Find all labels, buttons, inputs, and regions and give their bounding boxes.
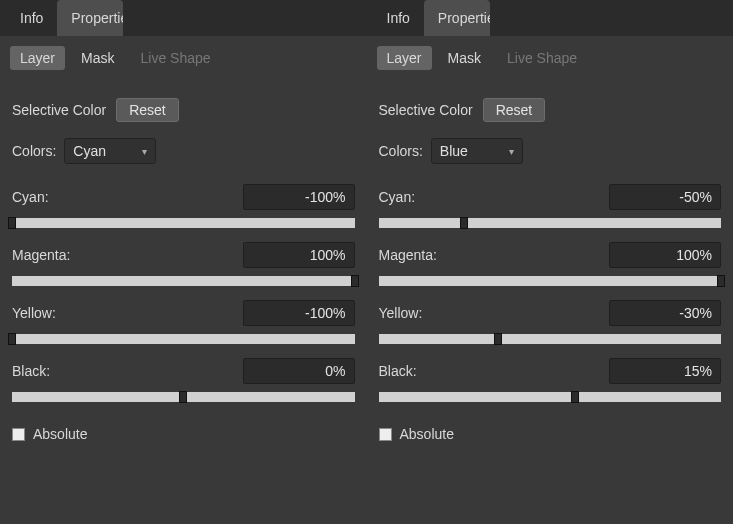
sub-tabs: Layer Mask Live Shape	[367, 36, 734, 76]
slider-thumb[interactable]	[460, 217, 468, 229]
slider-track[interactable]	[379, 276, 722, 286]
sub-tab-live-shape: Live Shape	[130, 46, 220, 70]
slider-magenta: Magenta: 100%	[0, 228, 367, 286]
slider-label: Yellow:	[12, 305, 56, 321]
slider-value-input[interactable]: 15%	[609, 358, 721, 384]
properties-panel-right: Info Properties Layer Mask Live Shape Se…	[367, 0, 734, 524]
slider-thumb[interactable]	[571, 391, 579, 403]
sub-tab-live-shape: Live Shape	[497, 46, 587, 70]
tab-properties[interactable]: Properties	[424, 0, 490, 36]
section-title: Selective Color	[379, 102, 473, 118]
slider-label: Black:	[379, 363, 417, 379]
tab-properties[interactable]: Properties	[57, 0, 123, 36]
colors-label: Colors:	[12, 143, 56, 159]
chevron-down-icon: ▾	[142, 146, 147, 157]
slider-cyan: Cyan: -100%	[0, 170, 367, 228]
slider-label: Cyan:	[379, 189, 416, 205]
colors-label: Colors:	[379, 143, 423, 159]
slider-cyan: Cyan: -50%	[367, 170, 734, 228]
slider-track[interactable]	[379, 218, 722, 228]
sub-tab-mask[interactable]: Mask	[71, 46, 124, 70]
properties-panel-left: Info Properties Layer Mask Live Shape Se…	[0, 0, 367, 524]
absolute-row: Absolute	[367, 402, 734, 446]
slider-black: Black: 0%	[0, 344, 367, 402]
slider-value-input[interactable]: 0%	[243, 358, 355, 384]
slider-value-input[interactable]: 100%	[609, 242, 721, 268]
slider-label: Black:	[12, 363, 50, 379]
slider-thumb[interactable]	[8, 333, 16, 345]
tab-info[interactable]: Info	[373, 0, 424, 36]
slider-value-input[interactable]: 100%	[243, 242, 355, 268]
slider-value-input[interactable]: -30%	[609, 300, 721, 326]
slider-magenta: Magenta: 100%	[367, 228, 734, 286]
absolute-label: Absolute	[400, 426, 454, 442]
slider-value-input[interactable]: -100%	[243, 184, 355, 210]
sub-tab-layer[interactable]: Layer	[10, 46, 65, 70]
slider-yellow: Yellow: -100%	[0, 286, 367, 344]
colors-row: Colors: Blue ▾	[367, 132, 734, 170]
absolute-checkbox[interactable]	[12, 428, 25, 441]
reset-button[interactable]: Reset	[483, 98, 546, 122]
slider-thumb[interactable]	[8, 217, 16, 229]
sub-tab-mask[interactable]: Mask	[438, 46, 491, 70]
chevron-down-icon: ▾	[509, 146, 514, 157]
slider-yellow: Yellow: -30%	[367, 286, 734, 344]
tab-info[interactable]: Info	[6, 0, 57, 36]
slider-track[interactable]	[12, 392, 355, 402]
absolute-label: Absolute	[33, 426, 87, 442]
colors-row: Colors: Cyan ▾	[0, 132, 367, 170]
section-header: Selective Color Reset	[367, 76, 734, 132]
sub-tabs: Layer Mask Live Shape	[0, 36, 367, 76]
section-title: Selective Color	[12, 102, 106, 118]
slider-thumb[interactable]	[717, 275, 725, 287]
top-tabs: Info Properties	[0, 0, 367, 36]
top-tabs: Info Properties	[367, 0, 734, 36]
slider-track[interactable]	[379, 392, 722, 402]
absolute-checkbox[interactable]	[379, 428, 392, 441]
slider-value-input[interactable]: -100%	[243, 300, 355, 326]
colors-select-value: Cyan	[73, 143, 106, 159]
slider-track[interactable]	[12, 218, 355, 228]
slider-track[interactable]	[12, 276, 355, 286]
slider-label: Magenta:	[379, 247, 437, 263]
sub-tab-layer[interactable]: Layer	[377, 46, 432, 70]
reset-button[interactable]: Reset	[116, 98, 179, 122]
colors-select[interactable]: Blue ▾	[431, 138, 523, 164]
slider-track[interactable]	[379, 334, 722, 344]
slider-label: Cyan:	[12, 189, 49, 205]
section-header: Selective Color Reset	[0, 76, 367, 132]
slider-thumb[interactable]	[179, 391, 187, 403]
absolute-row: Absolute	[0, 402, 367, 446]
slider-value-input[interactable]: -50%	[609, 184, 721, 210]
slider-track[interactable]	[12, 334, 355, 344]
slider-label: Yellow:	[379, 305, 423, 321]
slider-black: Black: 15%	[367, 344, 734, 402]
slider-thumb[interactable]	[494, 333, 502, 345]
colors-select[interactable]: Cyan ▾	[64, 138, 156, 164]
colors-select-value: Blue	[440, 143, 468, 159]
slider-label: Magenta:	[12, 247, 70, 263]
slider-thumb[interactable]	[351, 275, 359, 287]
